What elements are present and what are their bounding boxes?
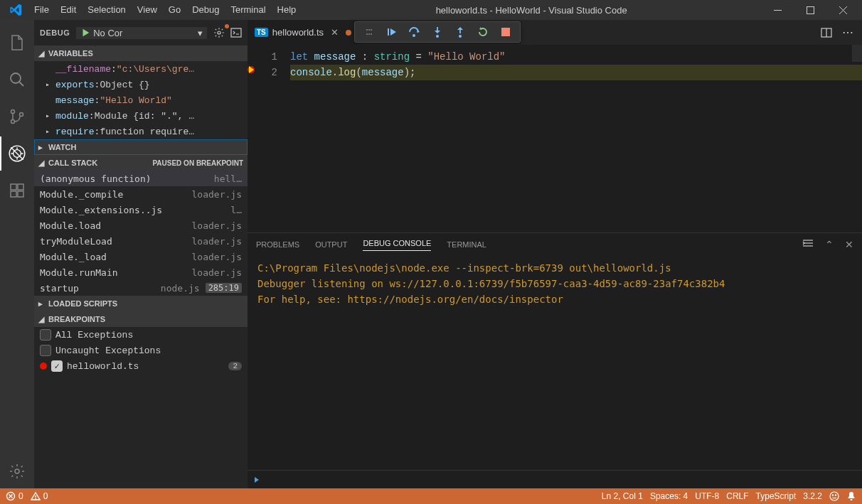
debug-console-input[interactable] <box>248 470 862 488</box>
code-content[interactable]: let message : string = "Hello World" con… <box>290 45 862 232</box>
console-line: For help, see: https://nodejs.org/en/doc… <box>257 291 852 307</box>
step-out-icon[interactable] <box>449 22 472 42</box>
menu-view[interactable]: View <box>132 0 163 20</box>
tab-close-icon[interactable]: ✕ <box>331 27 339 38</box>
explorer-icon[interactable] <box>0 26 34 60</box>
search-icon[interactable] <box>0 63 34 97</box>
split-editor-icon[interactable] <box>821 27 832 38</box>
status-errors[interactable]: 0 <box>6 491 23 501</box>
section-watch-title: WATCH <box>48 143 77 151</box>
window-maximize-icon[interactable] <box>794 0 826 20</box>
execution-pointer-icon <box>249 66 254 73</box>
menu-help[interactable]: Help <box>272 0 302 20</box>
status-language[interactable]: TypeScript <box>756 491 797 501</box>
checkbox[interactable] <box>40 329 51 341</box>
debug-toolbar[interactable] <box>354 21 521 43</box>
code-token: . <box>332 67 338 78</box>
breakpoint-row[interactable]: Uncaught Exceptions <box>34 343 248 358</box>
svg-point-35 <box>832 495 833 495</box>
status-eol[interactable]: CRLF <box>726 491 748 501</box>
svg-point-16 <box>371 29 372 31</box>
variable-row[interactable]: ▸require: function require… <box>34 124 248 139</box>
breakpoint-row[interactable]: ✓helloworld.ts2 <box>34 358 248 374</box>
stack-frame[interactable]: Module._loadloader.js <box>34 249 248 264</box>
stack-frame[interactable]: Module._extensions..jsl… <box>34 202 248 218</box>
status-lncol[interactable]: Ln 2, Col 1 <box>602 491 643 501</box>
variable-row[interactable]: ▸exports: Object {} <box>34 77 248 92</box>
stop-icon[interactable] <box>494 22 517 42</box>
panel-tab-output[interactable]: OUTPUT <box>315 240 347 249</box>
continue-icon[interactable] <box>381 22 403 42</box>
panel-close-icon[interactable]: ✕ <box>845 239 853 250</box>
debug-settings-gear-icon[interactable] <box>213 27 225 38</box>
svg-rect-14 <box>231 28 241 37</box>
menu-selection[interactable]: Selection <box>82 0 131 20</box>
stack-frame[interactable]: (anonymous function)hell… <box>34 171 248 186</box>
stack-frame[interactable]: startupnode.js285:19 <box>34 280 248 296</box>
svg-point-36 <box>835 495 836 495</box>
variable-row[interactable]: ▸module: Module {id: ".", … <box>34 108 248 124</box>
stack-frame[interactable]: tryModuleLoadloader.js <box>34 233 248 249</box>
variable-row[interactable]: message: "Hello World" <box>34 92 248 108</box>
extensions-icon[interactable] <box>0 173 34 208</box>
stack-frame[interactable]: Module.loadloader.js <box>34 218 248 233</box>
svg-point-19 <box>368 29 370 31</box>
window-close-icon[interactable] <box>826 0 859 20</box>
clear-console-icon[interactable] <box>802 239 814 250</box>
feedback-smiley-icon[interactable] <box>829 491 839 501</box>
section-watch-header[interactable]: ▸ WATCH <box>34 139 248 155</box>
breakpoint-row[interactable]: All Exceptions <box>34 327 248 343</box>
section-variables-header[interactable]: ◢ VARIABLES <box>34 45 248 61</box>
status-warnings[interactable]: 0 <box>31 491 48 501</box>
console-line: Debugger listening on ws://127.0.0.1:673… <box>257 276 852 291</box>
debug-console-toggle-icon[interactable] <box>230 27 242 38</box>
menu-bar: File Edit Selection View Go Debug Termin… <box>28 0 302 20</box>
tab-helloworld[interactable]: TS helloworld.ts ✕ <box>248 20 359 45</box>
minimap[interactable] <box>852 45 862 62</box>
more-actions-icon[interactable]: ⋯ <box>842 26 853 39</box>
code-token: let <box>290 51 314 63</box>
stack-frame[interactable]: Module._compileloader.js <box>34 186 248 202</box>
step-over-icon[interactable] <box>403 22 426 42</box>
paused-reason: PAUSED ON BREAKPOINT <box>152 159 243 167</box>
status-spaces[interactable]: Spaces: 4 <box>650 491 688 501</box>
chevron-down-icon: ◢ <box>38 315 46 324</box>
menu-debug[interactable]: Debug <box>186 0 225 20</box>
panel-tab-terminal[interactable]: TERMINAL <box>447 240 486 249</box>
menu-terminal[interactable]: Terminal <box>225 0 271 20</box>
variable-row[interactable]: __filename: "c:\Users\gre… <box>34 61 248 77</box>
code-editor[interactable]: 1 2 let message : string = "Hello World"… <box>248 45 862 232</box>
debug-console-output[interactable]: C:\Program Files\nodejs\node.exe --inspe… <box>248 256 862 470</box>
vscode-logo-icon <box>9 3 23 17</box>
restart-icon[interactable] <box>472 22 494 42</box>
checkbox[interactable]: ✓ <box>51 360 63 372</box>
source-control-icon[interactable] <box>0 100 34 134</box>
notifications-bell-icon[interactable] <box>846 491 856 501</box>
drag-handle-icon[interactable] <box>358 22 381 42</box>
debug-config-dropdown[interactable]: No Cor ▾ <box>75 26 208 40</box>
status-bar: 0 0 Ln 2, Col 1 Spaces: 4 UTF-8 CRLF Typ… <box>0 488 862 504</box>
code-token: log <box>338 67 356 78</box>
panel-tab-problems[interactable]: PROBLEMS <box>256 240 299 249</box>
status-encoding[interactable]: UTF-8 <box>695 491 719 501</box>
menu-file[interactable]: File <box>28 0 55 20</box>
svg-point-2 <box>11 73 21 83</box>
stack-frame[interactable]: Module.runMainloader.js <box>34 264 248 280</box>
svg-rect-11 <box>18 184 23 190</box>
window-minimize-icon[interactable] <box>761 0 794 20</box>
menu-edit[interactable]: Edit <box>55 0 82 20</box>
debug-icon[interactable] <box>0 136 34 171</box>
step-into-icon[interactable] <box>426 22 449 42</box>
start-debug-icon[interactable] <box>80 28 90 38</box>
menu-go[interactable]: Go <box>163 0 186 20</box>
svg-point-5 <box>20 113 23 117</box>
checkbox[interactable] <box>40 345 51 356</box>
section-breakpoints-header[interactable]: ◢ BREAKPOINTS <box>34 311 248 327</box>
panel-tab-debugconsole[interactable]: DEBUG CONSOLE <box>363 239 431 251</box>
panel-maximize-icon[interactable]: ⌃ <box>825 239 834 250</box>
status-ts-version[interactable]: 3.2.2 <box>803 491 822 501</box>
section-callstack-header[interactable]: ◢ CALL STACK PAUSED ON BREAKPOINT <box>34 155 248 171</box>
section-loaded-header[interactable]: ▸ LOADED SCRIPTS <box>34 296 248 311</box>
editor-gutter[interactable]: 1 2 <box>248 45 290 232</box>
settings-gear-icon[interactable] <box>0 454 34 488</box>
